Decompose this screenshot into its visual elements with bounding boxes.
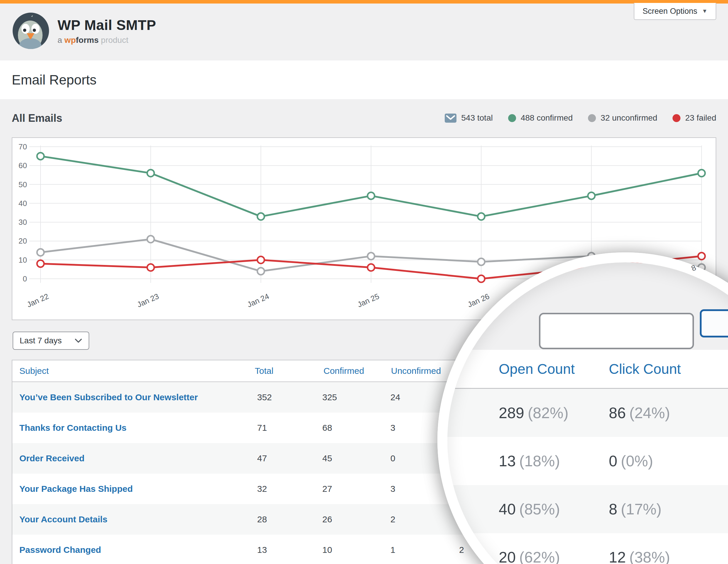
svg-text:0: 0	[23, 275, 27, 283]
open-count-cell: 289(82%)	[499, 404, 568, 422]
column-header-confirmed[interactable]: Confirmed	[323, 366, 364, 376]
tagline-forms: forms	[76, 36, 99, 45]
open-count-percent: (62%)	[519, 549, 560, 564]
click-count-percent: (38%)	[629, 549, 670, 564]
open-count-value: 289	[499, 404, 524, 421]
tagline-product: product	[101, 36, 128, 45]
failed-cell: 2	[459, 545, 464, 555]
legend-item: 488 confirmed	[508, 113, 573, 123]
click-count-cell: 12(38%)	[609, 548, 670, 564]
svg-text:Jan 23: Jan 23	[136, 292, 160, 309]
app-tagline: a wpforms product	[58, 36, 156, 45]
email-reports-page: WP Mail SMTP a wpforms product Screen Op…	[0, 0, 728, 564]
column-header-unconfirmed[interactable]: Unconfirmed	[391, 366, 441, 376]
open-count-cell: 40(85%)	[499, 500, 560, 518]
open-count-value: 40	[499, 501, 516, 518]
total-cell: 352	[257, 392, 272, 402]
click-count-percent: (0%)	[621, 452, 653, 469]
column-header-total[interactable]: Total	[255, 366, 273, 376]
pigeon-mascot-icon	[12, 12, 50, 50]
click-count-value: 12	[609, 549, 626, 564]
click-count-value: 0	[609, 452, 617, 469]
svg-text:50: 50	[18, 180, 27, 189]
column-header-open-count[interactable]: Open Count	[499, 361, 575, 377]
screen-options-button[interactable]: Screen Options ▼	[634, 3, 716, 20]
tagline-wp: wp	[64, 36, 76, 45]
confirmed-cell: 26	[322, 514, 332, 524]
email-subject-link[interactable]: Your Account Details	[19, 514, 107, 524]
open-count-percent: (85%)	[519, 501, 560, 518]
chevron-down-icon: ▼	[702, 8, 707, 14]
all-emails-heading: All Emails	[12, 112, 62, 124]
unconfirmed-cell: 3	[390, 423, 395, 433]
confirmed-cell: 68	[322, 423, 332, 433]
confirmed-cell: 27	[322, 484, 332, 494]
email-subject-link[interactable]: Order Received	[19, 453, 85, 463]
click-count-cell: 8(17%)	[609, 500, 662, 518]
open-count-percent: (18%)	[519, 452, 560, 469]
search-button[interactable]	[700, 309, 728, 337]
open-count-percent: (82%)	[528, 404, 569, 421]
click-count-cell: 0(0%)	[609, 452, 653, 470]
open-count-value: 20	[499, 549, 516, 564]
legend-item: 23 failed	[673, 113, 716, 123]
click-count-value: 86	[609, 404, 626, 421]
legend-dot-icon	[508, 114, 516, 122]
magnified-table-row: 40(85%)8(17%)	[447, 485, 728, 533]
legend-item: 543 total	[445, 113, 493, 123]
top-accent-bar	[0, 0, 728, 4]
click-count-percent: (17%)	[621, 501, 662, 518]
click-count-cell: 86(24%)	[609, 404, 670, 422]
screen-options-label: Screen Options	[643, 7, 697, 16]
total-cell: 28	[257, 514, 267, 524]
open-count-cell: 20(62%)	[499, 548, 560, 564]
wp-mail-smtp-logo: WP Mail SMTP a wpforms product	[12, 12, 156, 50]
open-count-value: 13	[499, 452, 516, 469]
svg-text:Jan 24: Jan 24	[246, 292, 271, 309]
click-count-value: 8	[609, 501, 617, 518]
click-count-percent: (24%)	[629, 404, 670, 421]
email-subject-link[interactable]: You’ve Been Subscribed to Our Newsletter	[19, 392, 198, 402]
magnified-table-header: Open Count Click Count	[447, 350, 728, 389]
total-cell: 47	[257, 453, 267, 463]
total-cell: 32	[257, 484, 267, 494]
confirmed-cell: 10	[322, 545, 332, 555]
magnified-table-row: 289(82%)86(24%)	[447, 389, 728, 437]
email-subject-link[interactable]: Password Changed	[19, 545, 101, 555]
svg-text:30: 30	[18, 218, 27, 227]
svg-text:Jan 25: Jan 25	[356, 292, 381, 309]
envelope-icon	[445, 114, 456, 123]
unconfirmed-cell: 24	[390, 392, 400, 402]
chart-legend: 543 total488 confirmed32 unconfirmed23 f…	[445, 113, 716, 123]
page-title: Email Reports	[12, 72, 97, 88]
unconfirmed-cell: 1	[390, 545, 395, 555]
confirmed-cell: 325	[322, 392, 337, 402]
legend-label: 543 total	[461, 113, 493, 123]
legend-dot-icon	[673, 114, 680, 122]
unconfirmed-cell: 2	[390, 514, 395, 524]
svg-text:10: 10	[18, 256, 27, 265]
date-range-select[interactable]: Last 7 days	[13, 331, 89, 350]
magnified-table-row: 20(62%)12(38%)	[447, 533, 728, 564]
page-title-band: Email Reports	[0, 60, 728, 99]
svg-text:60: 60	[18, 161, 27, 170]
confirmed-cell: 45	[322, 453, 332, 463]
magnified-table-row: 13(18%)0(0%)	[447, 437, 728, 485]
email-subject-link[interactable]: Thanks for Contacting Us	[19, 423, 127, 433]
column-header-subject[interactable]: Subject	[19, 366, 49, 376]
search-input[interactable]	[539, 313, 694, 349]
column-header-click-count[interactable]: Click Count	[609, 361, 681, 377]
legend-dot-icon	[588, 114, 596, 122]
chevron-down-icon	[75, 338, 82, 343]
legend-label: 23 failed	[685, 113, 716, 123]
email-subject-link[interactable]: Your Package Has Shipped	[19, 484, 133, 494]
total-cell: 71	[257, 423, 267, 433]
legend-label: 488 confirmed	[521, 113, 573, 123]
unconfirmed-cell: 0	[390, 453, 395, 463]
tagline-prefix: a	[58, 36, 62, 45]
app-title: WP Mail SMTP	[58, 17, 156, 33]
legend-item: 32 unconfirmed	[588, 113, 657, 123]
date-range-value: Last 7 days	[20, 336, 62, 345]
svg-text:70: 70	[18, 142, 27, 151]
svg-text:Jan 26: Jan 26	[466, 292, 491, 309]
